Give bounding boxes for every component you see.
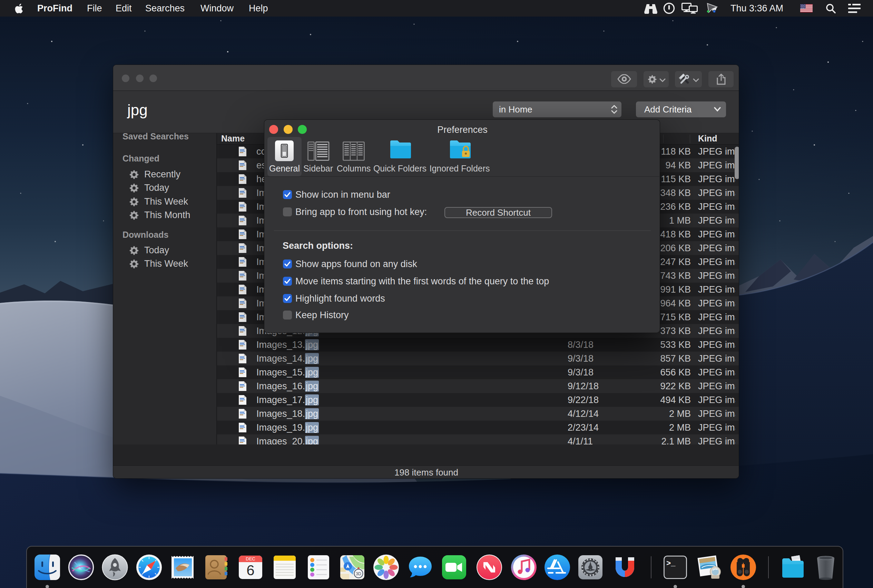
svg-text:3D: 3D [356, 572, 361, 576]
svg-text:DEC: DEC [246, 556, 255, 561]
svg-text:6: 6 [246, 562, 254, 578]
svg-text:>_: >_ [666, 560, 676, 568]
